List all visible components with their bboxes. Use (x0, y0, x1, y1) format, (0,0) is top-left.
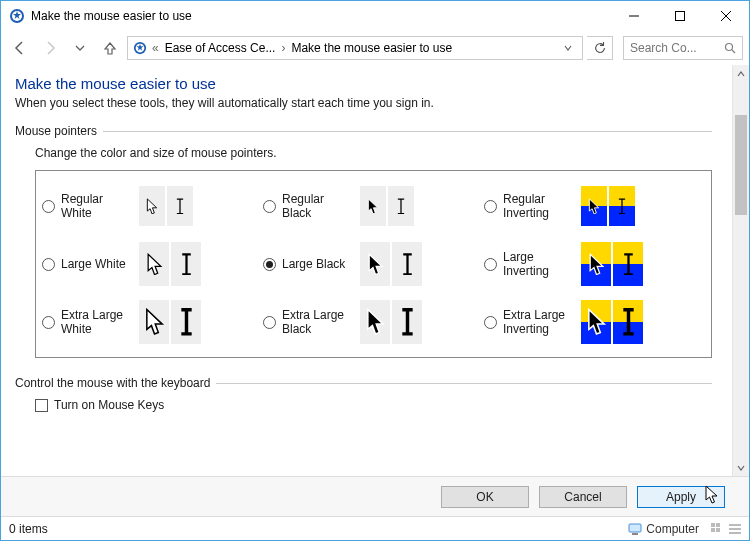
group-keyboard-label: Control the mouse with the keyboard (15, 376, 210, 390)
ok-button[interactable]: OK (441, 486, 529, 508)
search-icon (724, 42, 736, 54)
svg-line-5 (721, 11, 731, 21)
pointer-preview (360, 186, 414, 226)
computer-icon (628, 522, 642, 536)
pointer-option-xlarge-black[interactable]: Extra LargeBlack (263, 295, 484, 349)
breadcrumb-item[interactable]: Ease of Access Ce... (165, 41, 276, 55)
address-bar[interactable]: « Ease of Access Ce... › Make the mouse … (127, 36, 583, 60)
button-footer: OK Cancel Apply (1, 476, 749, 516)
ease-of-access-icon (9, 8, 25, 24)
page-subhead: When you select these tools, they will a… (15, 96, 712, 110)
pointer-option-regular-white[interactable]: RegularWhite (42, 179, 263, 233)
maximize-button[interactable] (657, 1, 703, 31)
page-title: Make the mouse easier to use (15, 75, 712, 92)
ok-button-label: OK (476, 490, 493, 504)
radio-button[interactable] (42, 258, 55, 271)
radio-button[interactable] (263, 316, 276, 329)
divider (103, 131, 712, 132)
pointer-options-group: RegularWhiteRegularBlackRegularInverting… (35, 170, 712, 358)
status-bar: 0 items Computer (1, 516, 749, 540)
scroll-down-icon[interactable] (733, 459, 749, 476)
radio-button[interactable] (263, 200, 276, 213)
pointer-preview (139, 186, 193, 226)
back-button[interactable] (7, 35, 33, 61)
svg-rect-17 (729, 528, 741, 530)
radio-button[interactable] (42, 200, 55, 213)
content-area: Make the mouse easier to use When you se… (1, 65, 732, 476)
mouse-keys-checkbox[interactable] (35, 399, 48, 412)
cancel-button[interactable]: Cancel (539, 486, 627, 508)
apply-button[interactable]: Apply (637, 486, 725, 508)
breadcrumb-item[interactable]: Make the mouse easier to use (291, 41, 452, 55)
svg-rect-13 (716, 523, 720, 527)
svg-rect-16 (729, 524, 741, 526)
pointer-preview (139, 300, 201, 344)
chevron-right-icon: › (279, 41, 287, 55)
vertical-scrollbar[interactable] (732, 65, 749, 476)
forward-button[interactable] (37, 35, 63, 61)
pointer-option-large-inv[interactable]: LargeInverting (484, 237, 705, 291)
pointer-preview (360, 300, 422, 344)
up-button[interactable] (97, 35, 123, 61)
svg-rect-14 (711, 528, 715, 532)
window-title: Make the mouse easier to use (31, 9, 611, 23)
refresh-button[interactable] (587, 36, 613, 60)
scroll-up-icon[interactable] (733, 65, 749, 82)
pointer-option-label: Extra LargeBlack (282, 308, 354, 337)
pointer-option-label: RegularWhite (61, 192, 133, 221)
pointer-preview (581, 300, 643, 344)
divider (216, 383, 712, 384)
pointer-option-label: LargeInverting (503, 250, 575, 279)
pointer-option-label: RegularInverting (503, 192, 575, 221)
status-item-count: 0 items (9, 522, 628, 536)
svg-rect-3 (676, 12, 685, 21)
radio-button[interactable] (42, 316, 55, 329)
pointer-preview (360, 242, 422, 286)
radio-button[interactable] (484, 258, 497, 271)
svg-line-4 (721, 11, 731, 21)
svg-rect-10 (629, 524, 641, 532)
group-mouse-pointers-label: Mouse pointers (15, 124, 97, 138)
pointer-option-regular-black[interactable]: RegularBlack (263, 179, 484, 233)
pointer-option-large-black[interactable]: Large Black (263, 237, 484, 291)
titlebar: Make the mouse easier to use (1, 1, 749, 31)
window: Make the mouse easier to use (0, 0, 750, 541)
radio-button[interactable] (484, 316, 497, 329)
chevron-down-icon[interactable] (558, 41, 578, 55)
pointer-option-label: Large Black (282, 257, 354, 271)
svg-rect-18 (729, 532, 741, 534)
search-placeholder: Search Co... (630, 41, 724, 55)
cancel-button-label: Cancel (564, 490, 601, 504)
svg-rect-11 (632, 533, 638, 535)
ease-of-access-icon (132, 40, 148, 56)
scroll-thumb[interactable] (735, 115, 747, 215)
group-mouse-pointers-desc: Change the color and size of mouse point… (15, 146, 712, 160)
apply-button-label: Apply (666, 490, 696, 504)
nav-bar: « Ease of Access Ce... › Make the mouse … (1, 31, 749, 65)
pointer-option-large-white[interactable]: Large White (42, 237, 263, 291)
mouse-keys-label: Turn on Mouse Keys (54, 398, 164, 412)
svg-rect-12 (711, 523, 715, 527)
svg-line-9 (732, 50, 735, 53)
close-button[interactable] (703, 1, 749, 31)
pointer-preview (581, 186, 635, 226)
pointer-preview (139, 242, 201, 286)
chevron-left-icon: « (152, 41, 161, 55)
pointer-option-xlarge-inv[interactable]: Extra LargeInverting (484, 295, 705, 349)
recent-locations-button[interactable] (67, 35, 93, 61)
pointer-preview (581, 242, 643, 286)
pointer-option-xlarge-white[interactable]: Extra LargeWhite (42, 295, 263, 349)
pointer-option-label: RegularBlack (282, 192, 354, 221)
radio-button[interactable] (484, 200, 497, 213)
radio-button[interactable] (263, 258, 276, 271)
pointer-option-label: Extra LargeWhite (61, 308, 133, 337)
pointer-option-label: Extra LargeInverting (503, 308, 575, 337)
pointer-option-regular-inv[interactable]: RegularInverting (484, 179, 705, 233)
svg-rect-15 (716, 528, 720, 532)
minimize-button[interactable] (611, 1, 657, 31)
view-icons[interactable] (711, 523, 741, 535)
status-computer: Computer (646, 522, 699, 536)
search-input[interactable]: Search Co... (623, 36, 743, 60)
pointer-option-label: Large White (61, 257, 133, 271)
svg-point-8 (726, 44, 733, 51)
